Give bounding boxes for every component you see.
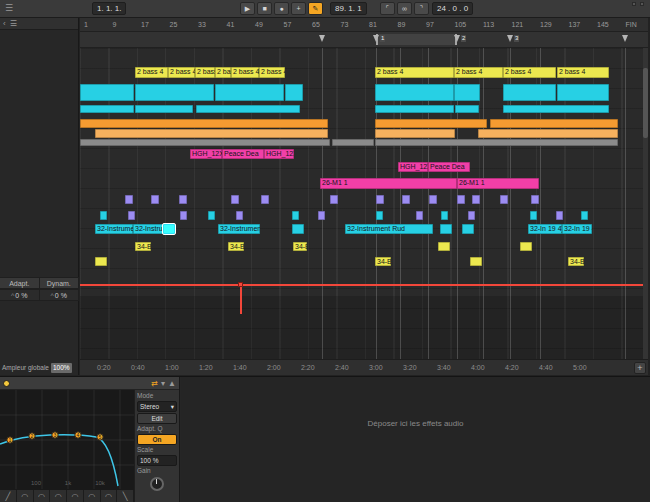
arrangement-clip[interactable]: [455, 105, 479, 113]
arrangement-clip[interactable]: HGH_12X: [264, 149, 294, 159]
eq-band-6-filter-icon[interactable]: ◠: [84, 490, 101, 502]
arrangement-clip[interactable]: 34-B: [135, 242, 151, 251]
arrangement-clip[interactable]: [375, 129, 455, 138]
save-preset-icon[interactable]: ▾: [161, 378, 165, 389]
arrangement-clip[interactable]: [490, 119, 618, 128]
arrangement-clip[interactable]: [332, 139, 374, 146]
adaptq-toggle[interactable]: On: [137, 434, 177, 445]
arrangement-clip[interactable]: [376, 211, 383, 220]
punch-in-button[interactable]: ⌜: [380, 2, 395, 15]
eq-band-5-filter-icon[interactable]: ◠: [67, 490, 84, 502]
arrangement-clip[interactable]: Peace Dea: [428, 162, 470, 172]
arrangement-clip[interactable]: 32-Instrument: [218, 224, 260, 234]
hot-swap-icon[interactable]: ⇄: [151, 378, 158, 389]
arrangement-clip[interactable]: 2 bass 4: [168, 67, 195, 78]
arrangement-clip[interactable]: 2 bass 4: [231, 67, 259, 78]
arrangement-clip[interactable]: 2 bass 4: [195, 67, 215, 78]
arrangement-clip[interactable]: [135, 84, 214, 101]
vertical-scrollbar[interactable]: [643, 48, 648, 359]
punch-out-button[interactable]: ⌝: [414, 2, 429, 15]
arrangement-clip[interactable]: 26-M1 1: [320, 178, 457, 189]
gain-knob[interactable]: [150, 477, 164, 491]
loop-start-field[interactable]: 89. 1. 1: [330, 2, 367, 15]
arrangement-clip[interactable]: [80, 139, 330, 146]
arrangement-clip[interactable]: [530, 211, 537, 220]
arrangement-clip[interactable]: [292, 211, 299, 220]
arrangement-clip[interactable]: [376, 195, 384, 204]
arrangement-clip[interactable]: [236, 211, 243, 220]
arrangement-clip[interactable]: [375, 84, 454, 101]
arrangement-clip[interactable]: [472, 195, 480, 204]
arrangement-clip[interactable]: [196, 105, 300, 113]
adapt-header[interactable]: Adapt.: [0, 277, 40, 289]
record-button[interactable]: ●: [274, 2, 289, 15]
time-ruler[interactable]: + 0:200:401:001:201:402:002:202:403:003:…: [80, 359, 648, 375]
arrangement-clip[interactable]: [180, 211, 187, 220]
arrangement-clip[interactable]: 2 bass 4: [503, 67, 556, 78]
arrangement-clip[interactable]: 34-B: [293, 242, 307, 251]
arrangement-clip[interactable]: [215, 84, 284, 101]
eq-band-3-filter-icon[interactable]: ◠: [34, 490, 51, 502]
arrangement-clip[interactable]: [128, 211, 135, 220]
eq-band-2-filter-icon[interactable]: ◠: [17, 490, 34, 502]
stop-button[interactable]: ■: [257, 2, 272, 15]
arrangement-clip[interactable]: [503, 105, 609, 113]
arrangement-clip[interactable]: [402, 195, 410, 204]
arrangement-clip[interactable]: [80, 119, 328, 128]
automation-line[interactable]: [80, 284, 648, 286]
arrangement-clip[interactable]: [500, 195, 508, 204]
arrangement-clip[interactable]: [556, 211, 563, 220]
global-amount-value[interactable]: 100%: [51, 363, 72, 373]
arrangement-clip[interactable]: [440, 224, 452, 234]
arrangement-clip[interactable]: [478, 129, 618, 138]
draw-mode-button[interactable]: ✎: [308, 2, 323, 15]
arrangement-clip[interactable]: [95, 257, 107, 266]
arrangement-clip[interactable]: 26-M1 1: [457, 178, 539, 189]
arrangement-clip[interactable]: Peace Dea: [222, 149, 264, 159]
arrangement-clip[interactable]: [470, 257, 482, 266]
arrangement-clip[interactable]: [151, 195, 159, 204]
edit-button[interactable]: Edit: [137, 413, 177, 424]
arrangement-clip[interactable]: [100, 211, 107, 220]
arrangement-clip[interactable]: [416, 211, 423, 220]
arrangement-clip[interactable]: [581, 211, 588, 220]
arrangement-clip[interactable]: [163, 224, 175, 234]
arrangement-clip[interactable]: [438, 242, 450, 251]
arrangement-clip[interactable]: 32-In 19 4): [528, 224, 562, 234]
menu-icon[interactable]: ☰: [5, 3, 13, 13]
eq-band-7-filter-icon[interactable]: ◠: [101, 490, 118, 502]
device-activator-icon[interactable]: [3, 380, 10, 387]
automation-breakpoint[interactable]: [238, 282, 243, 287]
scale-value[interactable]: 100 %: [137, 455, 177, 466]
collapse-icon[interactable]: ‹: [3, 19, 6, 28]
arrangement-clip[interactable]: [503, 84, 556, 101]
arrangement-clip[interactable]: 34-B: [375, 257, 391, 266]
arrangement-clip[interactable]: 2 bass 4: [375, 67, 454, 78]
play-button[interactable]: ▶: [240, 2, 255, 15]
eq-band-4-filter-icon[interactable]: ◠: [50, 490, 67, 502]
arrangement-clip[interactable]: [95, 129, 328, 138]
arrangement-clip[interactable]: [468, 211, 475, 220]
arrangement-clip[interactable]: [375, 119, 487, 128]
arrangement-position-display[interactable]: 1. 1. 1.: [92, 2, 126, 15]
arrangement-clip[interactable]: 2 bass 4: [557, 67, 609, 78]
arrangement-clip[interactable]: [285, 84, 303, 101]
arrangement-clip[interactable]: [531, 195, 539, 204]
arrangement-clip[interactable]: [375, 105, 454, 113]
arrangement-clip[interactable]: [292, 224, 304, 234]
arrangement-clip[interactable]: [208, 211, 215, 220]
zoom-in-button[interactable]: +: [634, 362, 646, 374]
loop-length-field[interactable]: 24 . 0 . 0: [432, 2, 473, 15]
arrangement-clip[interactable]: 34-B: [228, 242, 244, 251]
scrollbar-thumb[interactable]: [643, 68, 648, 138]
arrangement-clip[interactable]: 32-Instru: [133, 224, 163, 234]
arrangement-clip[interactable]: [125, 195, 133, 204]
arrangement-clip[interactable]: [231, 195, 239, 204]
list-icon[interactable]: ☰: [10, 19, 17, 28]
overdub-button[interactable]: +: [291, 2, 306, 15]
arrangement-clip[interactable]: [520, 242, 532, 251]
arrangement-clip[interactable]: [457, 195, 465, 204]
loop-button[interactable]: ∞: [397, 2, 412, 15]
arrangement-clip[interactable]: [80, 105, 134, 113]
arrangement-clip[interactable]: [330, 195, 338, 204]
